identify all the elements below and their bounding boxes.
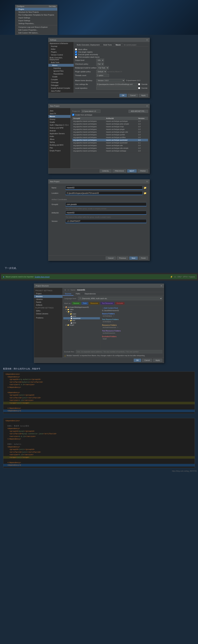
table-row[interactable]: org.apache.maven.archetypes maven-archet… xyxy=(72,150,148,152)
ps-nav-project[interactable]: Project xyxy=(34,292,63,295)
np-version-input[interactable] xyxy=(66,219,146,223)
local-repo-input[interactable] xyxy=(96,86,138,90)
ps-nav-modules[interactable]: Modules xyxy=(34,295,63,298)
wizard-nav-flex[interactable]: Flex xyxy=(48,146,70,149)
wizard-nav-groovy[interactable]: Groovy xyxy=(48,118,70,121)
np-location-input[interactable] xyxy=(66,191,142,195)
ps-nav-facets[interactable]: Facets xyxy=(34,301,63,304)
np-folder-icon[interactable]: 📁 xyxy=(144,186,146,189)
print-exceptions-checkbox[interactable] xyxy=(75,56,77,58)
mark-excluded-button[interactable]: Excluded xyxy=(115,302,125,305)
menu-item-export-settings[interactable]: Export Settings xyxy=(15,19,57,22)
nav-java-profiler[interactable]: Java Profiler xyxy=(48,90,74,92)
np-artifactid-input[interactable] xyxy=(66,211,146,215)
nav-build-tools[interactable]: Build Tools xyxy=(48,61,74,64)
ps-cancel-button[interactable]: Cancel xyxy=(142,359,152,362)
maven-home-select[interactable]: Version: 3.6.0 xyxy=(96,79,125,82)
local-repo-override[interactable] xyxy=(138,87,140,89)
nav-deployment[interactable]: Deployment xyxy=(48,92,74,93)
settings-apply-button[interactable]: Apply xyxy=(139,94,148,97)
wizard-nav-maven[interactable]: Maven xyxy=(48,115,70,118)
mark-test-resources-button[interactable]: Test Resources xyxy=(100,302,114,305)
nav-appearance[interactable]: Appearance & Behavior xyxy=(48,42,74,45)
ps-close-button[interactable]: ✕ xyxy=(160,284,162,287)
ps-nav-libraries[interactable]: Libraries xyxy=(34,298,63,301)
wizard-close-button[interactable]: ✕ xyxy=(146,105,148,107)
mark-sources-button[interactable]: Sources xyxy=(72,302,81,305)
wizard-nav-swift[interactable]: Swift / Objective-C / C++ xyxy=(48,124,70,126)
table-row[interactable]: org.apache.maven.archetypes maven-archet… xyxy=(72,125,148,128)
source-folders-edit-icon[interactable]: ✏ xyxy=(113,315,114,317)
menu-item-structure[interactable]: Structure for New Projects xyxy=(15,10,57,14)
table-row[interactable]: org.apache.maven.archetypes maven-archet… xyxy=(72,128,148,131)
tab-build-tools[interactable]: Build Tools xyxy=(102,43,114,46)
np-previous-button[interactable]: Previous xyxy=(117,256,128,260)
tree-src[interactable]: ▼ 📁 src xyxy=(63,310,100,313)
nav-build-exec[interactable]: Build, Execution, Deployment xyxy=(48,56,74,61)
ps-nav-global-libraries[interactable]: Global Libraries xyxy=(34,312,63,315)
table-row[interactable]: org.apache.maven.archetypes maven-archet… xyxy=(72,131,148,134)
plugin-registry-checkbox[interactable] xyxy=(75,51,77,53)
wizard-nav-gradle[interactable]: Gradle xyxy=(48,121,70,124)
table-row[interactable]: org.apache.maven.archetypes maven-archet… xyxy=(72,142,148,144)
ps-lang-select[interactable]: 7 - Diamonds, ARM, multi-catch etc. xyxy=(78,297,162,300)
wizard-nav-empty[interactable]: Empty Project xyxy=(48,149,70,152)
wizard-next-button[interactable]: NEXT xyxy=(127,169,137,172)
nav-android-compiler[interactable]: Enable Android Compiler xyxy=(48,87,74,90)
table-row[interactable]: org.apache.maven.archetypes maven-archet… xyxy=(72,122,148,125)
menu-item-plugins[interactable]: Plugins xyxy=(15,8,57,10)
error-indicator[interactable]: ⚡ xyxy=(170,276,173,278)
plugin-update-select[interactable]: Default xyxy=(96,70,107,73)
wizard-nav-javafx[interactable]: Java FX xyxy=(48,112,70,115)
table-row[interactable]: org.apache.maven.archetypes maven-archet… xyxy=(72,134,148,136)
wizard-nav-spring[interactable]: Spring xyxy=(48,141,70,144)
wizard-nav-kotlin[interactable]: Kotlin xyxy=(48,135,70,138)
threads-input[interactable] xyxy=(96,74,109,77)
nav-editor[interactable]: Editor xyxy=(48,48,74,50)
tab-build-exec[interactable]: Build, Execution, Deployment xyxy=(75,43,101,46)
project-id-input[interactable] xyxy=(81,110,100,113)
menu-item-edit-custom-props[interactable]: Edit Custom Properties... xyxy=(15,28,57,31)
wizard-finish-button[interactable]: FINISH xyxy=(138,169,148,172)
menu-item-compress-logs[interactable]: Compress Logs and Show in Explorer xyxy=(15,26,57,28)
menu-item-import-settings[interactable]: Import Settings xyxy=(15,16,57,19)
menu-item-settings-repo[interactable]: Settings Repository... xyxy=(15,22,57,25)
table-row[interactable]: org.apache.maven.archetypes maven-archet… xyxy=(72,136,148,139)
wizard-nav-java[interactable]: Java xyxy=(48,109,70,112)
mark-resources-button[interactable]: Resources xyxy=(89,302,99,305)
output-level-select[interactable]: Info xyxy=(96,58,104,62)
nav-coverage[interactable]: Coverage xyxy=(48,81,74,84)
nav-vcs[interactable]: Version Control xyxy=(48,54,74,56)
nav-debugger[interactable]: Debugger xyxy=(48,84,74,87)
settings-cancel-button[interactable]: Cancel xyxy=(128,94,138,97)
wizard-nav-nodejs[interactable]: Node.js and NPM xyxy=(48,126,70,129)
wizard-nav-appservers[interactable]: Application Servers xyxy=(48,132,70,135)
wizard-previous-button[interactable]: PREVIOUS xyxy=(112,169,126,172)
ps-tab-paths[interactable]: Paths xyxy=(73,292,82,296)
ps-apply-button[interactable]: Apply xyxy=(153,359,162,362)
ps-nav-sdks[interactable]: SDKs xyxy=(34,310,63,312)
nav-keymap[interactable]: Keymap xyxy=(48,45,74,48)
np-location-folder-icon[interactable]: 📁 xyxy=(144,192,146,194)
test-source-edit-icon[interactable]: ✏ xyxy=(112,321,113,322)
exclude-files-input[interactable] xyxy=(76,350,162,354)
add-archetype-button[interactable]: ADD ARCHETYPE... xyxy=(128,110,148,113)
settings-close-button[interactable]: ✕ xyxy=(146,39,148,41)
add-content-root-button[interactable]: + Add Content Root xyxy=(102,307,163,309)
enable-auto-import-link[interactable]: Enable Auto-import xyxy=(35,276,50,278)
nav-gradle[interactable]: Gradle xyxy=(48,75,74,78)
tree-idea[interactable]: ▶ 📁 .idea xyxy=(63,308,100,310)
tab-maven[interactable]: Maven xyxy=(114,43,123,46)
tree-test[interactable]: ▼ 📁 test xyxy=(63,320,100,322)
ps-nav-artifacts[interactable]: Artifacts xyxy=(34,304,63,306)
np-close-button[interactable]: ✕ xyxy=(146,180,148,183)
nav-plugins[interactable]: Plugins xyxy=(48,50,74,54)
user-settings-input[interactable] xyxy=(96,83,138,86)
table-row[interactable]: org.apache.maven.archetypes maven-archet… xyxy=(72,120,148,122)
table-row[interactable]: org.apache.maven.archetypes maven-archet… xyxy=(72,144,148,147)
multiproject-select[interactable]: Fail Task xyxy=(97,66,109,70)
tree-test-java[interactable]: ☕ java xyxy=(63,322,100,324)
wizard-nav-jboss[interactable]: JBoss xyxy=(48,138,70,141)
menu-item-run-config[interactable]: Run Configuration Templates for New Proj… xyxy=(15,14,57,16)
np-groupid-input[interactable] xyxy=(66,202,146,206)
